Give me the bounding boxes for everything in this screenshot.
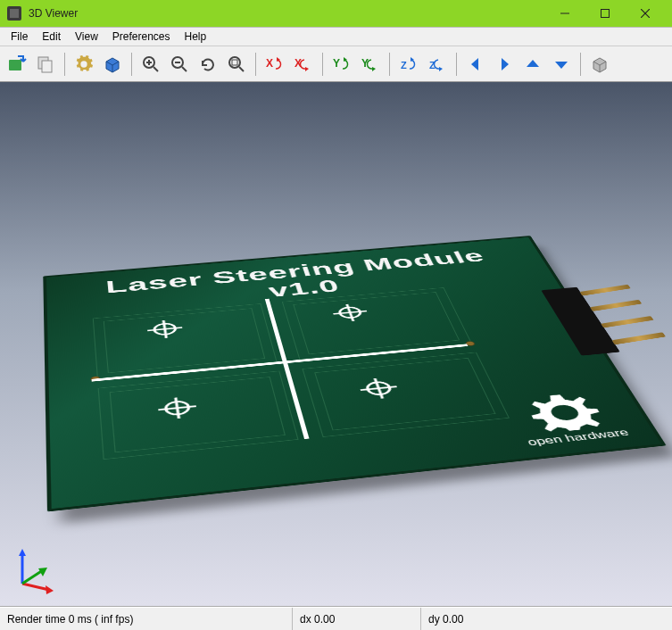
pcb-scene: Laser Steering Module v1.0 open hardware xyxy=(43,236,666,511)
window-title: 3D Viewer xyxy=(29,7,544,20)
pan-left-button[interactable] xyxy=(462,51,489,78)
separator xyxy=(580,53,581,76)
menu-file[interactable]: File xyxy=(4,29,35,45)
pan-up-button[interactable] xyxy=(519,51,546,78)
status-dx: dx 0.00 xyxy=(293,608,421,630)
close-button[interactable] xyxy=(625,0,665,27)
copy-button[interactable] xyxy=(32,51,59,78)
rotate-z-ccw-button[interactable]: Z xyxy=(424,51,451,78)
pan-down-button[interactable] xyxy=(548,51,575,78)
menu-help[interactable]: Help xyxy=(178,29,214,45)
silkscreen-layer: Laser Steering Module v1.0 open hardware xyxy=(43,236,666,511)
rotate-x-ccw-button[interactable]: X xyxy=(290,51,317,78)
zoom-in-button[interactable] xyxy=(137,51,164,78)
minimize-button[interactable] xyxy=(544,0,585,27)
svg-rect-4 xyxy=(9,60,21,70)
rotate-z-cw-button[interactable]: Z xyxy=(395,51,422,78)
header-pin-4 xyxy=(611,332,666,344)
statusbar: Render time 0 ms ( inf fps) dx 0.00 dy 0… xyxy=(0,607,672,630)
maximize-button[interactable] xyxy=(585,0,625,27)
pan-right-button[interactable] xyxy=(491,51,518,78)
svg-point-29 xyxy=(164,401,189,416)
svg-line-30 xyxy=(175,397,178,419)
svg-line-15 xyxy=(239,67,244,71)
zoom-out-button[interactable] xyxy=(166,51,193,78)
menubar: File Edit View Preferences Help xyxy=(0,27,672,46)
open-hardware-logo: open hardware xyxy=(502,384,630,447)
axes-gizmo[interactable] xyxy=(9,543,62,597)
ortho-toggle-button[interactable] xyxy=(586,51,613,78)
svg-text:Z: Z xyxy=(401,60,407,70)
rotate-y-cw-button[interactable]: Y xyxy=(328,51,355,78)
fiducial-mark-3 xyxy=(151,393,203,424)
separator xyxy=(389,53,390,76)
import-button[interactable] xyxy=(4,51,30,78)
svg-line-33 xyxy=(374,378,382,399)
svg-marker-36 xyxy=(19,549,26,556)
svg-line-37 xyxy=(22,584,49,590)
separator xyxy=(255,53,256,76)
svg-rect-16 xyxy=(232,60,237,65)
status-dy: dy 0.00 xyxy=(421,608,672,630)
svg-rect-6 xyxy=(42,61,52,72)
header-pin-3 xyxy=(601,315,654,327)
separator xyxy=(131,53,132,76)
fiducial-mark-4 xyxy=(351,374,406,403)
svg-text:X: X xyxy=(266,57,273,70)
svg-line-34 xyxy=(360,386,396,390)
menu-edit[interactable]: Edit xyxy=(35,29,68,45)
fiducial-mark-1 xyxy=(141,316,188,342)
separator xyxy=(64,53,65,76)
svg-point-14 xyxy=(229,57,240,68)
rotate-y-ccw-button[interactable]: Y xyxy=(357,51,384,78)
menu-view[interactable]: View xyxy=(68,29,105,45)
svg-marker-38 xyxy=(46,585,54,594)
settings-button[interactable] xyxy=(71,51,97,78)
render-mode-button[interactable] xyxy=(99,51,126,78)
svg-rect-1 xyxy=(601,10,609,18)
toolbar: X X Y Y Z Z xyxy=(0,46,672,82)
svg-line-8 xyxy=(153,67,158,71)
status-render-time: Render time 0 ms ( inf fps) xyxy=(0,608,293,630)
fiducial-mark-2 xyxy=(325,300,375,325)
svg-line-12 xyxy=(182,67,187,71)
app-icon xyxy=(7,6,21,21)
svg-text:Y: Y xyxy=(333,57,340,70)
titlebar: 3D Viewer xyxy=(0,0,672,27)
header-pin-1 xyxy=(579,284,630,295)
rotate-x-cw-button[interactable]: X xyxy=(261,51,288,78)
separator xyxy=(456,53,457,76)
menu-preferences[interactable]: Preferences xyxy=(105,29,178,45)
zoom-fit-button[interactable] xyxy=(223,51,250,78)
svg-line-31 xyxy=(157,406,195,410)
header-pin-2 xyxy=(590,299,642,311)
separator xyxy=(322,53,323,76)
viewport-3d[interactable]: Laser Steering Module v1.0 open hardware xyxy=(0,82,672,607)
redraw-button[interactable] xyxy=(195,51,221,78)
open-hardware-label: open hardware xyxy=(525,427,630,447)
svg-line-39 xyxy=(22,570,43,584)
svg-point-32 xyxy=(365,381,392,395)
